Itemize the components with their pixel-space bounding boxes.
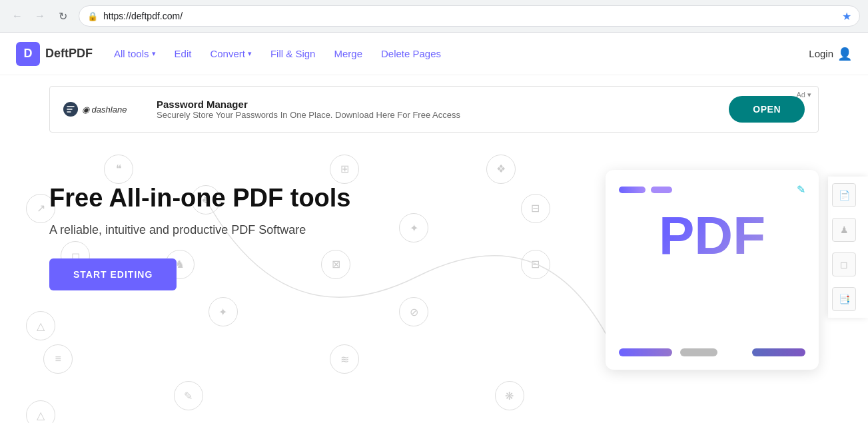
nav-links: All tools ▾ Edit Convert ▾ Fill & Sign M… — [114, 48, 809, 59]
login-button[interactable]: Login 👤 — [809, 47, 852, 61]
hero-title: Free All-in-one PDF tools — [49, 183, 497, 214]
card-bottom-pill-3 — [752, 348, 805, 356]
address-bar[interactable]: 🔒 ★ — [79, 5, 860, 27]
edge-icon-4: 📑 — [832, 287, 856, 311]
user-icon: 👤 — [837, 47, 852, 61]
bookmark-icon[interactable]: ★ — [842, 10, 851, 23]
logo-area[interactable]: D DeftPDF — [16, 42, 93, 66]
dashlane-logo: ◉ dashlane — [63, 102, 127, 117]
edge-icon-3: ◻ — [832, 252, 856, 276]
card-top-bar: ✎ — [619, 183, 805, 196]
nav-edit[interactable]: Edit — [175, 48, 192, 59]
main-nav: D DeftPDF All tools ▾ Edit Convert ▾ Fil… — [0, 33, 868, 75]
card-bottom-pill-2 — [680, 348, 717, 356]
dashlane-icon — [63, 102, 78, 117]
card-bottom-pill-1 — [619, 348, 672, 356]
browser-nav-buttons: ← → ↻ — [8, 7, 72, 25]
browser-chrome: ← → ↻ 🔒 ★ — [0, 0, 868, 33]
right-edge-panel: 📄 ♟ ◻ 📑 — [828, 177, 868, 318]
card-pill-2 — [651, 187, 672, 193]
hero-section: ↗ ❝ ♣ ⊞ ✦ ❖ ⊟ ◻ ♞ ⊠ ⊟ △ ✦ ⊘ ≡ ≋ ✎ ❋ △ Fr… — [0, 143, 868, 423]
logo-icon: D — [16, 42, 40, 66]
ad-subtitle: Securely Store Your Passwords In One Pla… — [157, 110, 715, 120]
nav-actions: Login 👤 — [809, 47, 852, 61]
nav-all-tools[interactable]: All tools ▾ — [114, 48, 156, 59]
start-editing-button[interactable]: START EDITING — [49, 258, 177, 290]
ad-open-button[interactable]: OPEN — [729, 96, 805, 123]
hero-subtitle: A reliable, intuitive and productive PDF… — [49, 223, 497, 237]
nav-fill-sign[interactable]: Fill & Sign — [270, 48, 316, 59]
nav-merge[interactable]: Merge — [334, 48, 362, 59]
bg-icon: ≡ — [43, 344, 73, 374]
ad-logo-area: ◉ dashlane — [63, 102, 143, 117]
edge-icon-1: 📄 — [832, 183, 856, 207]
chevron-down-icon: ▾ — [152, 49, 156, 58]
nav-delete-pages[interactable]: Delete Pages — [381, 48, 441, 59]
bg-icon: ❋ — [495, 381, 524, 410]
forward-button[interactable]: → — [31, 7, 49, 25]
bg-icon: ≋ — [330, 344, 359, 374]
edge-icon-2: ♟ — [832, 218, 856, 242]
refresh-button[interactable]: ↻ — [53, 7, 72, 25]
ad-content: Password Manager Securely Store Your Pas… — [157, 99, 715, 120]
url-input[interactable] — [103, 11, 837, 21]
logo-text: DeftPDF — [45, 47, 93, 61]
card-bottom-bars — [619, 348, 805, 356]
bg-icon: ✎ — [174, 381, 203, 410]
pdf-preview-card: ✎ PDF — [606, 170, 819, 370]
hero-content: Free All-in-one PDF tools A reliable, in… — [0, 143, 546, 317]
dashlane-brand-text: ◉ dashlane — [82, 105, 127, 115]
ad-label: Ad ▾ — [796, 91, 811, 99]
ad-banner: Ad ▾ ◉ dashlane Password Manager Securel… — [49, 86, 819, 133]
ad-title: Password Manager — [157, 99, 715, 110]
card-edit-icon: ✎ — [797, 183, 805, 196]
back-button[interactable]: ← — [8, 7, 27, 25]
chevron-down-icon: ▾ — [248, 49, 252, 58]
card-pill-1 — [619, 187, 646, 193]
bg-icon: △ — [26, 400, 55, 423]
lock-icon: 🔒 — [87, 11, 98, 21]
nav-convert[interactable]: Convert ▾ — [210, 48, 252, 59]
pdf-large-text: PDF — [619, 209, 805, 262]
